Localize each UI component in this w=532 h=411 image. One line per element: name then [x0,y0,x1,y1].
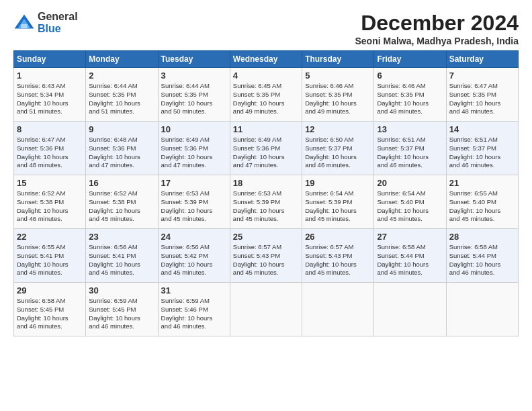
day-info: Sunrise: 6:55 AM Sunset: 5:40 PM Dayligh… [449,189,515,224]
day-number: 13 [377,124,443,134]
day-info: Sunrise: 6:43 AM Sunset: 5:34 PM Dayligh… [17,82,83,116]
day-cell: 22Sunrise: 6:55 AM Sunset: 5:41 PM Dayli… [14,229,86,283]
day-cell: 20Sunrise: 6:54 AM Sunset: 5:40 PM Dayli… [374,175,446,229]
day-info: Sunrise: 6:59 AM Sunset: 5:45 PM Dayligh… [89,297,154,331]
logo-blue: Blue [38,23,61,34]
day-info: Sunrise: 6:52 AM Sunset: 5:38 PM Dayligh… [17,189,83,224]
day-cell [446,283,518,336]
day-number: 16 [89,178,154,188]
day-cell: 16Sunrise: 6:52 AM Sunset: 5:38 PM Dayli… [86,175,158,229]
day-cell: 27Sunrise: 6:58 AM Sunset: 5:44 PM Dayli… [374,229,446,283]
day-number: 9 [89,124,154,134]
day-number: 19 [305,178,371,188]
day-info: Sunrise: 6:53 AM Sunset: 5:39 PM Dayligh… [161,189,227,224]
logo: General Blue [13,11,78,34]
day-number: 8 [17,124,83,134]
day-number: 4 [233,71,299,81]
day-number: 2 [89,71,154,81]
calendar: SundayMondayTuesdayWednesdayThursdayFrid… [13,50,519,336]
day-number: 6 [377,71,443,81]
day-info: Sunrise: 6:45 AM Sunset: 5:35 PM Dayligh… [233,82,299,116]
day-number: 18 [233,178,299,188]
day-number: 20 [377,178,443,188]
day-number: 3 [161,71,227,81]
day-info: Sunrise: 6:49 AM Sunset: 5:36 PM Dayligh… [161,136,227,170]
day-cell: 3Sunrise: 6:44 AM Sunset: 5:35 PM Daylig… [158,68,230,122]
day-number: 1 [17,71,83,81]
week-row-3: 15Sunrise: 6:52 AM Sunset: 5:38 PM Dayli… [14,175,519,229]
day-info: Sunrise: 6:51 AM Sunset: 5:37 PM Dayligh… [377,136,443,170]
header-day-monday: Monday [86,51,158,68]
day-number: 17 [161,178,227,188]
day-cell: 5Sunrise: 6:46 AM Sunset: 5:35 PM Daylig… [302,68,374,122]
day-number: 24 [161,232,227,242]
day-number: 10 [161,124,227,134]
week-row-1: 1Sunrise: 6:43 AM Sunset: 5:34 PM Daylig… [14,68,519,122]
day-cell: 21Sunrise: 6:55 AM Sunset: 5:40 PM Dayli… [446,175,518,229]
day-info: Sunrise: 6:48 AM Sunset: 5:36 PM Dayligh… [89,136,154,170]
week-row-2: 8Sunrise: 6:47 AM Sunset: 5:36 PM Daylig… [14,122,519,175]
day-number: 28 [449,232,515,242]
day-number: 30 [89,285,154,295]
header-row: SundayMondayTuesdayWednesdayThursdayFrid… [14,51,519,68]
logo-text: General Blue [38,11,78,34]
svg-rect-2 [21,24,28,28]
day-cell: 2Sunrise: 6:44 AM Sunset: 5:35 PM Daylig… [86,68,158,122]
header-day-thursday: Thursday [302,51,374,68]
day-cell: 15Sunrise: 6:52 AM Sunset: 5:38 PM Dayli… [14,175,86,229]
day-info: Sunrise: 6:47 AM Sunset: 5:35 PM Dayligh… [449,82,515,116]
day-info: Sunrise: 6:46 AM Sunset: 5:35 PM Dayligh… [377,82,443,116]
month-title: December 2024 [355,11,519,36]
calendar-body: 1Sunrise: 6:43 AM Sunset: 5:34 PM Daylig… [14,68,519,336]
day-cell: 6Sunrise: 6:46 AM Sunset: 5:35 PM Daylig… [374,68,446,122]
day-cell: 29Sunrise: 6:58 AM Sunset: 5:45 PM Dayli… [14,283,86,336]
header-day-friday: Friday [374,51,446,68]
day-cell: 30Sunrise: 6:59 AM Sunset: 5:45 PM Dayli… [86,283,158,336]
day-cell: 24Sunrise: 6:56 AM Sunset: 5:42 PM Dayli… [158,229,230,283]
day-cell: 28Sunrise: 6:58 AM Sunset: 5:44 PM Dayli… [446,229,518,283]
day-info: Sunrise: 6:57 AM Sunset: 5:43 PM Dayligh… [233,243,299,277]
day-cell: 4Sunrise: 6:45 AM Sunset: 5:35 PM Daylig… [230,68,302,122]
day-info: Sunrise: 6:54 AM Sunset: 5:40 PM Dayligh… [377,189,443,224]
day-info: Sunrise: 6:55 AM Sunset: 5:41 PM Dayligh… [17,243,83,277]
day-cell: 26Sunrise: 6:57 AM Sunset: 5:43 PM Dayli… [302,229,374,283]
day-info: Sunrise: 6:57 AM Sunset: 5:43 PM Dayligh… [305,243,371,277]
day-cell: 1Sunrise: 6:43 AM Sunset: 5:34 PM Daylig… [14,68,86,122]
day-info: Sunrise: 6:54 AM Sunset: 5:39 PM Dayligh… [305,189,371,224]
day-info: Sunrise: 6:58 AM Sunset: 5:44 PM Dayligh… [449,243,515,277]
day-cell [302,283,374,336]
logo-icon [13,13,35,32]
week-row-4: 22Sunrise: 6:55 AM Sunset: 5:41 PM Dayli… [14,229,519,283]
day-info: Sunrise: 6:58 AM Sunset: 5:45 PM Dayligh… [17,297,83,331]
day-number: 12 [305,124,371,134]
day-cell: 19Sunrise: 6:54 AM Sunset: 5:39 PM Dayli… [302,175,374,229]
day-number: 14 [449,124,515,134]
day-info: Sunrise: 6:50 AM Sunset: 5:37 PM Dayligh… [305,136,371,170]
day-cell: 11Sunrise: 6:49 AM Sunset: 5:36 PM Dayli… [230,122,302,175]
header-day-wednesday: Wednesday [230,51,302,68]
day-cell: 12Sunrise: 6:50 AM Sunset: 5:37 PM Dayli… [302,122,374,175]
day-info: Sunrise: 6:52 AM Sunset: 5:38 PM Dayligh… [89,189,154,224]
header-day-saturday: Saturday [446,51,518,68]
header-day-sunday: Sunday [14,51,86,68]
title-area: December 2024 Seoni Malwa, Madhya Prades… [355,11,519,46]
subtitle: Seoni Malwa, Madhya Pradesh, India [355,36,519,46]
day-number: 11 [233,124,299,134]
day-cell: 14Sunrise: 6:51 AM Sunset: 5:37 PM Dayli… [446,122,518,175]
day-number: 25 [233,232,299,242]
day-info: Sunrise: 6:59 AM Sunset: 5:46 PM Dayligh… [161,297,227,331]
day-number: 31 [161,285,227,295]
day-info: Sunrise: 6:56 AM Sunset: 5:42 PM Dayligh… [161,243,227,277]
day-cell: 7Sunrise: 6:47 AM Sunset: 5:35 PM Daylig… [446,68,518,122]
day-cell: 13Sunrise: 6:51 AM Sunset: 5:37 PM Dayli… [374,122,446,175]
day-cell [374,283,446,336]
day-info: Sunrise: 6:44 AM Sunset: 5:35 PM Dayligh… [161,82,227,116]
day-number: 5 [305,71,371,81]
day-cell: 18Sunrise: 6:53 AM Sunset: 5:39 PM Dayli… [230,175,302,229]
day-info: Sunrise: 6:56 AM Sunset: 5:41 PM Dayligh… [89,243,154,277]
day-number: 26 [305,232,371,242]
day-number: 29 [17,285,83,295]
day-info: Sunrise: 6:53 AM Sunset: 5:39 PM Dayligh… [233,189,299,224]
header-day-tuesday: Tuesday [158,51,230,68]
day-cell: 8Sunrise: 6:47 AM Sunset: 5:36 PM Daylig… [14,122,86,175]
